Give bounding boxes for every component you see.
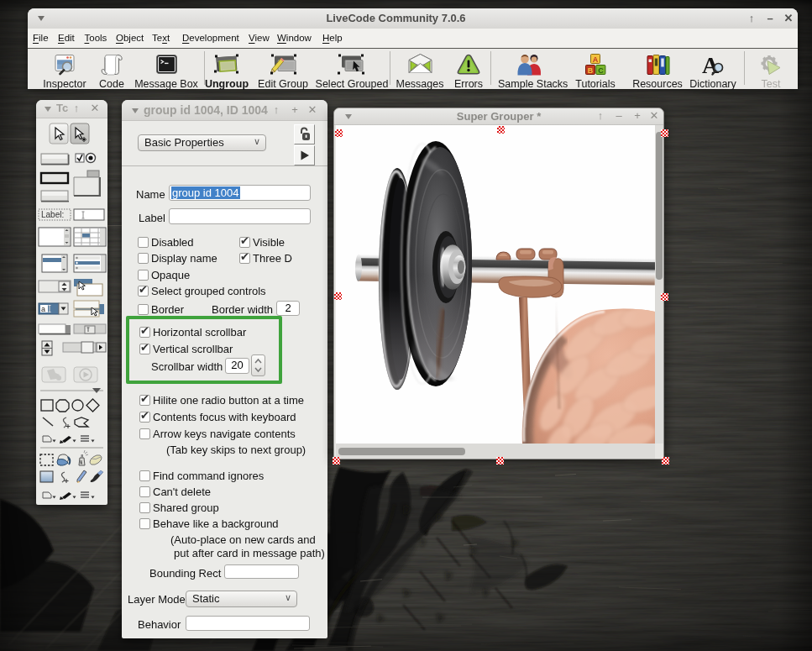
- svg-text:A: A: [593, 55, 599, 64]
- svg-text:a: a: [41, 305, 45, 313]
- svg-text:C: C: [598, 66, 604, 75]
- svg-text:Label:: Label:: [41, 210, 64, 219]
- svg-text:B: B: [588, 66, 594, 75]
